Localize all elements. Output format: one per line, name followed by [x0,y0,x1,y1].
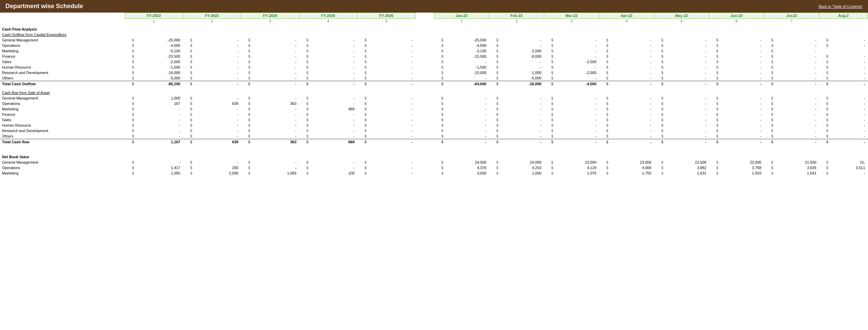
row-label: Operations [0,165,125,170]
month-header-jun22: Jun-22 [709,13,764,19]
table-row: Operations$167$639$363$-$-$-$-$-$-$-$-$-… [0,101,868,106]
month-num-5: 5 [654,19,709,24]
main-table: FY-2022 FY-2023 FY-2024 FY-2025 FY-2026 … [0,13,868,176]
table-row: Finance$-$-$-$-$-$-$-$-$-$-$-$-$- [0,112,868,117]
fy-header-2025: FY-2025 [299,13,357,19]
table-row: General Management$-25,000$-$-$-$-$-25,0… [0,37,868,43]
month-header-jan22: Jan-22 [434,13,489,19]
month-header-jul22: Jul-22 [764,13,819,19]
fy-header-2026: FY-2026 [357,13,415,19]
month-header-mar22: Mar-22 [544,13,599,19]
month-header-feb22: Feb-22 [489,13,544,19]
month-num-7: 7 [764,19,819,24]
table-row: Marketing$-$-$-$969$-$-$-$-$-$-$-$-$- [0,106,868,112]
fy-num-4: 4 [299,19,357,24]
table-row: Marketing$1,055$2,000$1,065$100$-$3,050$… [0,170,868,176]
row-label: Finance [0,54,125,59]
row-label: Marketing [0,170,125,176]
month-num-8 [819,19,868,24]
table-row: Finance$-23,500$-$-$-$-$-15,500$-8,000$-… [0,54,868,59]
table-row: Marketing$-5,100$-$-$-$-$-3,100$-2,000$-… [0,48,868,54]
table-row: Total Cash flow$1,167$639$363$969$-$-$-$… [0,139,868,145]
month-header-may22: May-22 [654,13,709,19]
row-label: Finance [0,112,125,117]
row-label: Sales [0,59,125,65]
row-label: Operations [0,101,125,106]
table-row: Others$-$-$-$-$-$-$-$-$-$-$-$-$- [0,133,868,139]
table-row: Others$-5,000$-$-$-$-$-$-5,000$-$-$-$-$-… [0,75,868,81]
month-num-6: 6 [709,19,764,24]
row-label: General Management [0,160,125,165]
fy-header-2022: FY-2022 [125,13,183,19]
month-header-apr22: Apr-22 [599,13,654,19]
back-link[interactable]: Back to 'Table of Contents' [818,4,863,8]
table-row: General Management$1,000$-$-$-$-$-$-$-$-… [0,95,868,101]
table-row: Sales$-2,500$-$-$-$-$-$-$-2,500$-$-$-$-$… [0,59,868,65]
row-label: Total Cash Outflow [0,81,125,87]
table-row: Operations$1,417$200$-$-$-$4,376$4,253$4… [0,165,868,170]
row-label: Operations [0,43,125,48]
fy-header-2024: FY-2024 [241,13,299,19]
header-bar: Department wise Schedule Back to 'Table … [0,0,868,13]
row-label: Others [0,75,125,81]
row-label: Total Cash flow [0,139,125,145]
fy-header-2023: FY-2023 [183,13,241,19]
month-num-2: 2 [489,19,544,24]
row-label: Research and Development [0,70,125,75]
row-label: Human Resource [0,65,125,70]
month-num-3: 3 [544,19,599,24]
row-label: Others [0,133,125,139]
row-label: Marketing [0,106,125,112]
row-label: Human Resource [0,123,125,128]
row-label: Research and Development [0,128,125,133]
table-row: Sales$-$-$-$-$-$-$-$-$-$-$-$-$- [0,117,868,123]
table-row: Operations$-4,500$-$-$-$-$-4,500$-$-$-$-… [0,43,868,48]
month-header-aug2: Aug-2 [819,13,868,19]
table-row: General Management$-$-$-$-$-$24,500$24,0… [0,160,868,165]
row-label: Marketing [0,48,125,54]
table-row: Human Resource$-1,500$-$-$-$-$-1,500$-$-… [0,65,868,70]
table-row: Human Resource$-$-$-$-$-$-$-$-$-$-$-$-$- [0,123,868,128]
fy-num-5: 5 [357,19,415,24]
month-num-4: 4 [599,19,654,24]
table-row: Research and Development$-18,000$-$-$-$-… [0,70,868,75]
row-label: General Management [0,95,125,101]
month-num-1: 1 [434,19,489,24]
row-label: Sales [0,117,125,123]
row-label: General Management [0,37,125,43]
table-row: Research and Development$-$-$-$-$-$-$-$-… [0,128,868,133]
fy-num-1: 1 [125,19,183,24]
table-row: Total Cash Outflow$-85,100$-$-$-$-$-64,6… [0,81,868,87]
fy-num-2: 2 [183,19,241,24]
page-title: Department wise Schedule [5,3,83,10]
fy-num-3: 3 [241,19,299,24]
